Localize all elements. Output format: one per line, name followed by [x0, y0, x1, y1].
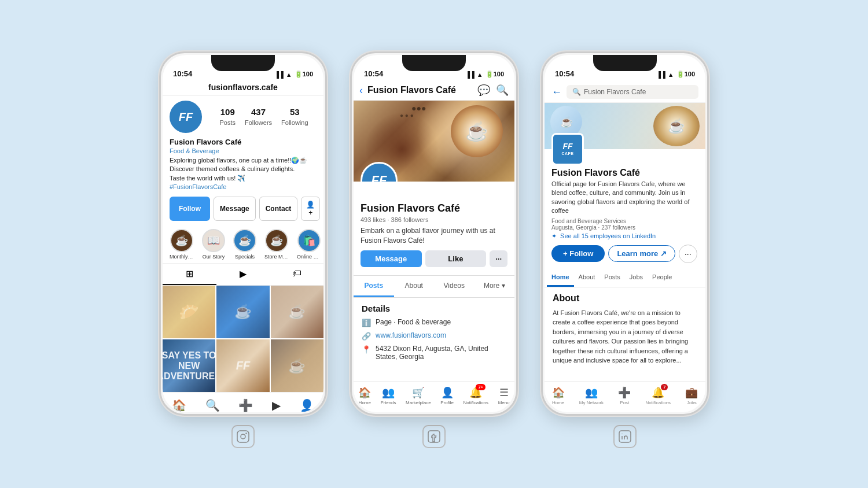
ig-tagged-tab[interactable]: 🏷	[270, 264, 323, 285]
fb-tagline: Embark on a global flavor journey with u…	[361, 226, 507, 246]
fb-message-button[interactable]: Message	[361, 250, 422, 267]
svg-rect-0	[237, 431, 249, 442]
li-nav-jobs[interactable]: 💼 Jobs	[685, 386, 698, 405]
fb-action-row: Message Like ···	[361, 250, 507, 267]
li-company-logo: FF CAFE	[551, 133, 584, 165]
fb-nav-home[interactable]: 🏠 Home	[358, 386, 371, 405]
li-about-text: At Fusion Flavors Café, we're on a missi…	[553, 308, 697, 365]
li-tab-jobs[interactable]: Jobs	[625, 269, 648, 287]
li-tab-people[interactable]: People	[648, 269, 676, 287]
ig-stat-followers: 437 Followers	[245, 107, 272, 127]
li-tab-posts[interactable]: Posts	[599, 269, 625, 287]
fb-tab-about[interactable]: About	[394, 276, 435, 297]
fb-detail-website[interactable]: 🔗 www.fusionflavors.com	[362, 331, 506, 341]
ig-highlight-store[interactable]: 🛍️ Online Store	[297, 229, 321, 260]
ig-grid-tab[interactable]: ⊞	[163, 264, 216, 285]
linkedin-phone-wrapper: 10:54 ▐▐ ▲ 🔋100 ← 🔍 Fusion Flavors Cafe	[541, 51, 709, 448]
fb-avatar-wrap: FF	[361, 162, 398, 182]
li-logo-wrap: FF CAFE	[551, 133, 584, 165]
ig-status-time: 10:54	[173, 69, 192, 78]
li-about-title: About	[553, 293, 697, 304]
li-back-button[interactable]: ←	[551, 86, 562, 98]
fb-header: ‹ Fusion Flavors Café 💬 🔍	[354, 80, 514, 101]
ig-view-tabs: ⊞ ▶ 🏷	[163, 263, 323, 286]
fb-header-icons: 💬 🔍	[477, 84, 509, 97]
instagram-icon	[231, 425, 255, 448]
fb-tabs: Posts About Videos More ▾	[354, 275, 514, 298]
ig-buttons: Follow Message Contact 👤+	[170, 197, 317, 221]
facebook-phone-wrapper: 10:54 ▐▐ ▲ 🔋100 ‹ Fusion Flavors Café 💬 …	[350, 51, 518, 448]
li-search-icon: 🔍	[572, 88, 581, 96]
ig-grid-item-6[interactable]: ☕	[271, 339, 323, 392]
li-search-box[interactable]: 🔍 Fusion Flavors Cafe	[567, 85, 698, 99]
fb-nav-notifications[interactable]: 🔔 7+ Notifications	[463, 386, 488, 405]
li-dots-button[interactable]: ···	[679, 245, 697, 263]
linkedin-icon	[613, 425, 637, 448]
fb-tab-posts[interactable]: Posts	[354, 276, 394, 297]
li-bottom-nav: 🏠 Home 👥 My Network ➕ Post 🔔 7	[545, 381, 705, 412]
li-tagline: Official page for Fusion Flavors Cafe, w…	[551, 180, 698, 216]
ig-grid-item-2[interactable]: ☕	[216, 286, 269, 338]
fb-bottom-nav: 🏠 Home 👥 Friends 🛒 Marketplace 👤 Profile	[354, 381, 514, 412]
svg-point-2	[245, 432, 247, 434]
fb-back-button[interactable]: ‹	[359, 84, 363, 97]
fb-notch	[402, 55, 466, 71]
fb-nav-friends[interactable]: 👥 Friends	[381, 386, 396, 405]
ig-highlight-story[interactable]: 📖 Our Story	[202, 229, 225, 260]
li-follow-button[interactable]: + Follow	[551, 245, 605, 262]
ig-header: fusionflavors.cafe	[163, 80, 323, 96]
li-nav-notifications[interactable]: 🔔 7 Notifications	[646, 386, 671, 405]
fb-nav-marketplace[interactable]: 🛒 Marketplace	[406, 386, 431, 405]
fb-detail-page-type: ℹ️ Page · Food & beverage	[362, 318, 506, 327]
fb-status-time: 10:54	[364, 69, 383, 78]
ig-nav-profile[interactable]: 👤	[300, 398, 314, 412]
ig-contact-button[interactable]: Contact	[259, 197, 298, 221]
fb-like-button[interactable]: Like	[425, 250, 487, 267]
li-action-row: + Follow Learn more ↗ ···	[551, 245, 698, 263]
fb-tab-more[interactable]: More ▾	[475, 276, 515, 297]
ig-nav-reels[interactable]: ▶	[272, 398, 281, 412]
ig-photo-grid: 🥟 ☕ ☕ SAY YES TO NEW ADVENTURES FF	[163, 286, 323, 393]
ig-follow-button[interactable]: Follow	[170, 197, 210, 221]
li-tab-about[interactable]: About	[574, 269, 600, 287]
ig-nav-home[interactable]: 🏠	[172, 398, 186, 412]
ig-reels-tab[interactable]: ▶	[216, 264, 270, 285]
ig-nav-search[interactable]: 🔍	[205, 398, 220, 412]
notch	[211, 55, 275, 71]
fb-profile-info: Fusion Flavors Café 493 likes · 386 foll…	[354, 182, 514, 275]
fb-details-title: Details	[362, 304, 506, 313]
fb-nav-profile[interactable]: 👤 Profile	[440, 386, 454, 405]
fb-tab-videos[interactable]: Videos	[434, 276, 475, 297]
ig-bio: Exploring global flavors, one cup at a t…	[170, 156, 317, 192]
ig-more-button[interactable]: 👤+	[301, 197, 320, 221]
ig-grid-item-5[interactable]: FF	[216, 339, 269, 392]
li-nav-post[interactable]: ➕ Post	[618, 386, 631, 405]
ig-username: fusionflavors.cafe	[170, 83, 317, 92]
ig-message-button[interactable]: Message	[214, 197, 256, 221]
ig-highlight-specials[interactable]: ☕ Specials	[233, 229, 256, 260]
li-tab-home[interactable]: Home	[547, 269, 574, 287]
li-nav-home[interactable]: 🏠 Home	[552, 386, 565, 405]
ig-grid-item-3[interactable]: ☕	[271, 286, 323, 338]
li-learn-more-button[interactable]: Learn more ↗	[608, 245, 675, 262]
fb-search-icon[interactable]: 🔍	[496, 84, 509, 97]
li-tabs: Home About Posts Jobs People	[545, 269, 705, 287]
li-nav-network[interactable]: 👥 My Network	[579, 386, 604, 405]
fb-cover-photo: ☕ ●●● ● ● ● FF	[354, 101, 514, 182]
ig-highlight-menu[interactable]: ☕ Store Menu	[264, 229, 289, 260]
facebook-phone: 10:54 ▐▐ ▲ 🔋100 ‹ Fusion Flavors Café 💬 …	[350, 51, 518, 416]
ig-profile-section: FF 109 Posts 437 Followers	[163, 96, 323, 225]
ig-grid-item-4[interactable]: SAY YES TO NEW ADVENTURES	[163, 339, 215, 392]
fb-page-name: Fusion Flavors Café	[361, 202, 507, 215]
fb-nav-menu[interactable]: ☰ Menu	[498, 386, 510, 405]
ig-stat-following: 53 Following	[281, 107, 308, 127]
fb-header-title: Fusion Flavors Café	[367, 85, 477, 95]
ig-nav-add[interactable]: ➕	[238, 398, 253, 412]
ig-status-icons: ▐▐ ▲ 🔋100	[274, 71, 313, 78]
fb-dots-button[interactable]: ···	[490, 250, 507, 267]
ig-highlight-monthly[interactable]: ☕ Monthly Theme	[170, 229, 194, 260]
fb-messenger-icon[interactable]: 💬	[477, 84, 490, 97]
fb-detail-address: 📍 5432 Dixon Rd, Augusta, GA, United Sta…	[362, 345, 506, 361]
li-employees-link[interactable]: ✦ See all 15 employees on LinkedIn	[551, 232, 698, 240]
ig-grid-item-1[interactable]: 🥟	[163, 286, 215, 338]
